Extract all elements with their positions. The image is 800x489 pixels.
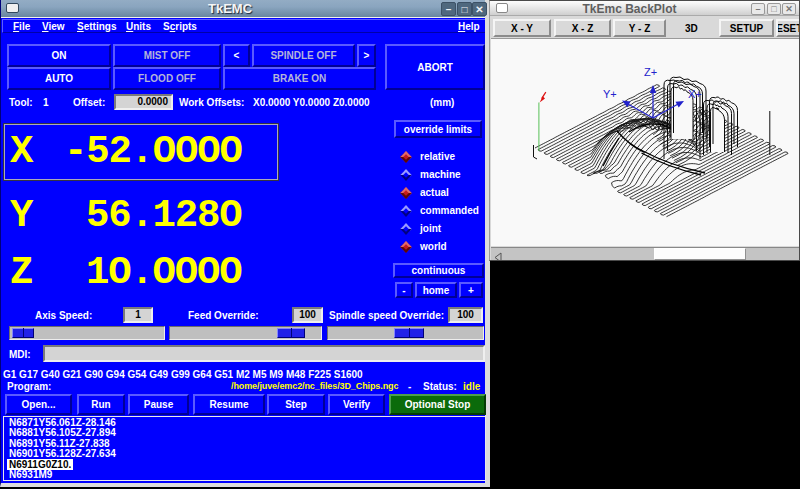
svg-text:Z+: Z+	[644, 66, 657, 78]
svg-text:X+: X+	[688, 88, 702, 100]
svg-text:Y+: Y+	[603, 88, 617, 100]
